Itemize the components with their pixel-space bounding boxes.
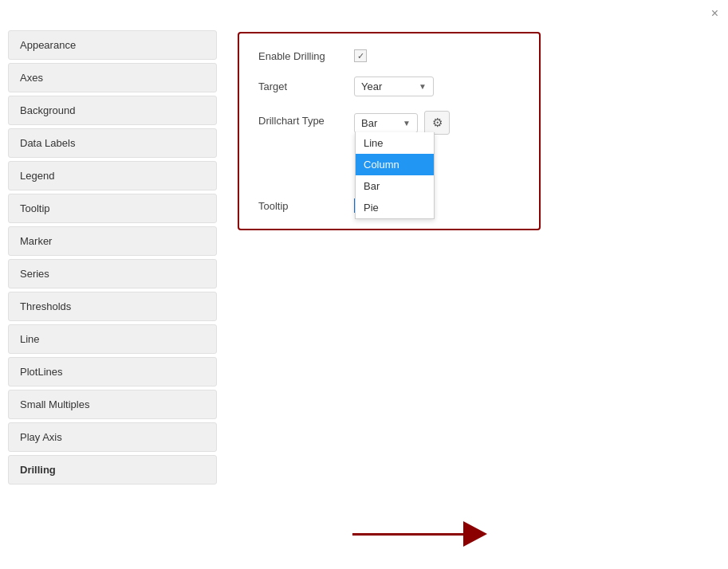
sidebar-item-tooltip[interactable]: Tooltip bbox=[8, 194, 217, 223]
drilling-panel: Enable Drilling ✓ Target Year ▼ Drillcha… bbox=[238, 32, 541, 230]
drillchart-type-dropdown[interactable]: Bar ▼ Line Column Bar Pie bbox=[354, 113, 418, 133]
drillchart-type-label: Drillchart Type bbox=[258, 115, 354, 127]
target-dropdown-value: Year bbox=[361, 80, 414, 92]
arrow-head bbox=[463, 521, 487, 547]
close-button[interactable]: × bbox=[711, 6, 718, 21]
arrow-annotation bbox=[352, 521, 487, 547]
drillchart-type-control: Bar ▼ Line Column Bar Pie ⚙ bbox=[354, 111, 450, 135]
sidebar: Appearance Axes Background Data Labels L… bbox=[0, 24, 225, 569]
target-dropdown-arrow: ▼ bbox=[419, 82, 427, 91]
drillchart-type-row: Drillchart Type Bar ▼ Line Column Bar Pi… bbox=[258, 111, 520, 135]
target-row: Target Year ▼ bbox=[258, 77, 520, 96]
sidebar-item-thresholds[interactable]: Thresholds bbox=[8, 292, 217, 321]
target-control: Year ▼ bbox=[354, 77, 434, 96]
sidebar-item-background[interactable]: Background bbox=[8, 96, 217, 125]
enable-drilling-row: Enable Drilling ✓ bbox=[258, 49, 520, 62]
option-column[interactable]: Column bbox=[356, 154, 434, 175]
enable-drilling-checkbox[interactable]: ✓ bbox=[354, 49, 367, 62]
enable-drilling-control: ✓ bbox=[354, 49, 367, 62]
enable-drilling-label: Enable Drilling bbox=[258, 50, 354, 62]
sidebar-item-axes[interactable]: Axes bbox=[8, 63, 217, 92]
arrow-line bbox=[352, 533, 464, 536]
tooltip-label: Tooltip bbox=[258, 200, 354, 212]
main-content: Enable Drilling ✓ Target Year ▼ Drillcha… bbox=[225, 24, 728, 569]
option-line[interactable]: Line bbox=[356, 132, 434, 154]
option-pie[interactable]: Pie bbox=[356, 197, 434, 218]
target-label: Target bbox=[258, 80, 354, 92]
drillchart-type-dropdown-list: Line Column Bar Pie bbox=[355, 132, 435, 219]
drillchart-type-value: Bar bbox=[361, 117, 398, 129]
sidebar-item-appearance[interactable]: Appearance bbox=[8, 30, 217, 60]
sidebar-item-line[interactable]: Line bbox=[8, 324, 217, 354]
sidebar-item-data-labels[interactable]: Data Labels bbox=[8, 128, 217, 158]
drillchart-type-arrow: ▼ bbox=[403, 119, 411, 128]
sidebar-item-play-axis[interactable]: Play Axis bbox=[8, 422, 217, 452]
sidebar-item-marker[interactable]: Marker bbox=[8, 226, 217, 256]
sidebar-item-legend[interactable]: Legend bbox=[8, 161, 217, 190]
target-dropdown[interactable]: Year ▼ bbox=[354, 77, 434, 96]
sidebar-item-small-multiples[interactable]: Small Multiples bbox=[8, 390, 217, 419]
gear-button[interactable]: ⚙ bbox=[424, 111, 450, 135]
sidebar-item-drilling[interactable]: Drilling bbox=[8, 455, 217, 485]
sidebar-item-plotlines[interactable]: PlotLines bbox=[8, 357, 217, 387]
option-bar[interactable]: Bar bbox=[356, 175, 434, 197]
sidebar-item-series[interactable]: Series bbox=[8, 259, 217, 288]
